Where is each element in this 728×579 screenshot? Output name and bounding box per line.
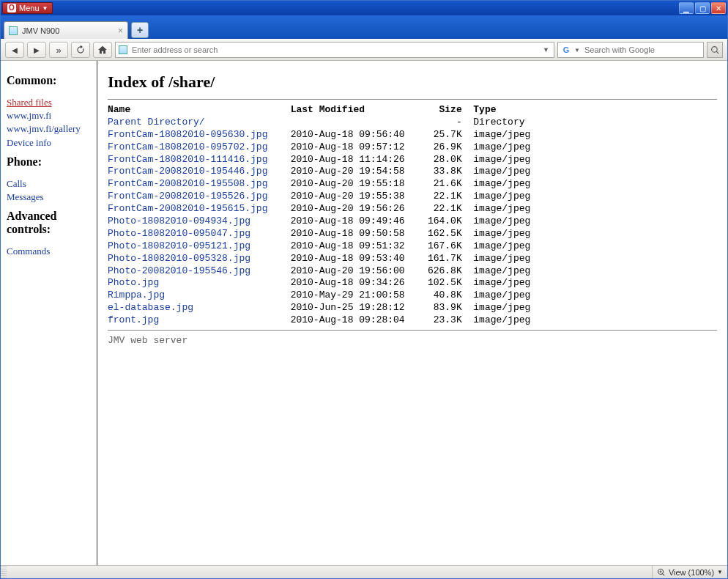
new-tab-button[interactable]: + bbox=[131, 22, 149, 38]
sidebar-heading: Common: bbox=[7, 74, 91, 87]
home-icon bbox=[97, 45, 108, 55]
directory-listing: Name Last Modified Size TypeParent Direc… bbox=[108, 104, 717, 327]
sidebar-link[interactable]: Calls bbox=[7, 177, 91, 191]
file-link[interactable]: Photo-18082010-095121.jpg bbox=[108, 240, 279, 251]
back-button[interactable]: ◄ bbox=[5, 42, 24, 58]
fast-forward-button[interactable]: » bbox=[49, 42, 68, 58]
file-link[interactable]: Rimppa.jpg bbox=[108, 290, 279, 300]
file-link[interactable]: FrontCam-18082010-111416.jpg bbox=[108, 154, 279, 165]
window-minimize-button[interactable]: ▁ bbox=[679, 2, 694, 14]
listing-row: Parent Directory/ - Directory bbox=[108, 117, 717, 129]
tab-title: JMV N900 bbox=[22, 26, 59, 35]
reload-icon bbox=[75, 45, 86, 55]
opera-logo-icon: O bbox=[7, 4, 16, 12]
reload-button[interactable] bbox=[71, 42, 90, 58]
navigation-toolbar: ◄ ► » ▼ G ▼ bbox=[1, 39, 727, 61]
window-close-button[interactable]: ✕ bbox=[711, 2, 726, 14]
zoom-label: View (100%) bbox=[669, 568, 714, 577]
file-link[interactable]: Photo-18082010-095328.jpg bbox=[108, 253, 279, 264]
file-link[interactable]: FrontCam-18082010-095702.jpg bbox=[108, 141, 279, 152]
listing-row: FrontCam-20082010-195526.jpg 2010-Aug-20… bbox=[108, 191, 717, 203]
search-button[interactable] bbox=[707, 42, 723, 58]
home-button[interactable] bbox=[93, 42, 112, 58]
listing-row: FrontCam-18082010-095702.jpg 2010-Aug-18… bbox=[108, 141, 717, 154]
sidebar-link[interactable]: www.jmv.fi bbox=[7, 109, 91, 122]
sidebar-link[interactable]: Messages bbox=[7, 191, 91, 204]
plus-icon: + bbox=[137, 24, 143, 36]
zoom-icon bbox=[657, 568, 666, 577]
search-bar[interactable]: G ▼ bbox=[557, 42, 704, 58]
app-menu-button[interactable]: O Menu ▼ bbox=[2, 2, 53, 14]
sidebar-link[interactable]: Shared files bbox=[7, 96, 91, 109]
menu-label: Menu bbox=[19, 4, 40, 12]
listing-row: FrontCam-18082010-111416.jpg 2010-Aug-18… bbox=[108, 154, 717, 166]
file-link[interactable]: Photo.jpg bbox=[108, 277, 279, 288]
sidebar-heading: Advanced controls: bbox=[7, 210, 91, 236]
page-title: Index of /share/ bbox=[108, 73, 717, 92]
tab-strip: JMV N900 × + bbox=[1, 15, 727, 39]
page-icon bbox=[119, 45, 127, 54]
browser-tab[interactable]: JMV N900 × bbox=[4, 21, 128, 39]
file-link[interactable]: FrontCam-20082010-195508.jpg bbox=[108, 178, 279, 189]
fast-forward-icon: » bbox=[56, 45, 61, 56]
sidebar: Common:Shared fileswww.jmv.fiwww.jmv.fi/… bbox=[1, 61, 97, 565]
listing-row: FrontCam-20082010-195446.jpg 2010-Aug-20… bbox=[108, 166, 717, 178]
minimize-icon: ▁ bbox=[683, 4, 689, 12]
listing-row: FrontCam-20082010-195508.jpg 2010-Aug-20… bbox=[108, 178, 717, 191]
listing-row: Rimppa.jpg 2010-May-29 21:00:58 40.8K im… bbox=[108, 290, 717, 302]
page-icon bbox=[9, 26, 18, 35]
maximize-icon: ▢ bbox=[699, 4, 706, 12]
tab-close-button[interactable]: × bbox=[118, 26, 123, 36]
zoom-control[interactable]: View (100%) ▼ bbox=[652, 566, 727, 578]
statusbar-grip bbox=[1, 566, 7, 578]
arrow-left-icon: ◄ bbox=[10, 45, 20, 56]
google-icon: G bbox=[561, 45, 571, 55]
listing-header: Name Last Modified Size Type bbox=[108, 104, 717, 117]
search-icon bbox=[710, 45, 720, 55]
chevron-down-icon: ▼ bbox=[42, 5, 48, 12]
listing-row: FrontCam-20082010-195615.jpg 2010-Aug-20… bbox=[108, 203, 717, 215]
file-link[interactable]: Photo-18082010-094934.jpg bbox=[108, 215, 279, 226]
file-link[interactable]: FrontCam-20082010-195526.jpg bbox=[108, 191, 279, 202]
file-link[interactable]: Photo-20082010-195546.jpg bbox=[108, 265, 279, 276]
search-input[interactable] bbox=[583, 43, 700, 56]
sidebar-link[interactable]: Device info bbox=[7, 136, 91, 150]
listing-row: front.jpg 2010-Aug-18 09:28:04 23.3K ima… bbox=[108, 314, 717, 327]
chevron-down-icon[interactable]: ▼ bbox=[574, 47, 580, 54]
status-bar: View (100%) ▼ bbox=[1, 565, 727, 578]
sidebar-heading: Phone: bbox=[7, 155, 91, 169]
listing-row: Photo.jpg 2010-Aug-18 09:34:26 102.5K im… bbox=[108, 277, 717, 290]
server-footer: JMV web server bbox=[108, 335, 717, 346]
listing-row: FrontCam-18082010-095630.jpg 2010-Aug-18… bbox=[108, 129, 717, 141]
close-icon: ✕ bbox=[716, 4, 721, 12]
address-dropdown-button[interactable]: ▼ bbox=[541, 46, 551, 54]
listing-row: Photo-18082010-095328.jpg 2010-Aug-18 09… bbox=[108, 253, 717, 265]
sidebar-link[interactable]: Commands bbox=[7, 245, 91, 258]
window-titlebar: O Menu ▼ ▁ ▢ ✕ bbox=[1, 1, 727, 15]
address-input[interactable] bbox=[130, 43, 538, 56]
file-link[interactable]: FrontCam-18082010-095630.jpg bbox=[108, 129, 279, 140]
listing-row: Photo-18082010-095047.jpg 2010-Aug-18 09… bbox=[108, 228, 717, 240]
listing-row: Photo-20082010-195546.jpg 2010-Aug-20 19… bbox=[108, 265, 717, 278]
file-link[interactable]: el-database.jpg bbox=[108, 302, 279, 313]
forward-button[interactable]: ► bbox=[27, 42, 46, 58]
parent-directory-link[interactable]: Parent Directory/ bbox=[108, 117, 279, 128]
divider bbox=[108, 330, 717, 331]
file-link[interactable]: front.jpg bbox=[108, 314, 279, 325]
listing-row: Photo-18082010-095121.jpg 2010-Aug-18 09… bbox=[108, 240, 717, 253]
chevron-down-icon: ▼ bbox=[717, 569, 723, 575]
address-bar[interactable]: ▼ bbox=[115, 42, 554, 58]
listing-row: el-database.jpg 2010-Jun-25 19:28:12 83.… bbox=[108, 302, 717, 314]
divider bbox=[108, 99, 717, 100]
content-area: Common:Shared fileswww.jmv.fiwww.jmv.fi/… bbox=[1, 61, 727, 565]
sidebar-link[interactable]: www.jmv.fi/gallery bbox=[7, 122, 91, 136]
file-link[interactable]: FrontCam-20082010-195446.jpg bbox=[108, 166, 279, 177]
listing-row: Photo-18082010-094934.jpg 2010-Aug-18 09… bbox=[108, 215, 717, 228]
window-maximize-button[interactable]: ▢ bbox=[695, 2, 710, 14]
file-link[interactable]: FrontCam-20082010-195615.jpg bbox=[108, 203, 279, 214]
main-pane: Index of /share/ Name Last Modified Size… bbox=[97, 61, 727, 565]
file-link[interactable]: Photo-18082010-095047.jpg bbox=[108, 228, 279, 239]
arrow-right-icon: ► bbox=[32, 45, 42, 56]
